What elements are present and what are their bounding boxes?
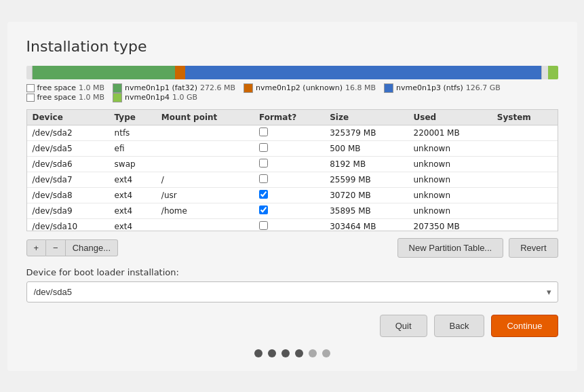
toolbar-right: New Partition Table... Revert (397, 238, 558, 258)
bootloader-select[interactable]: /dev/sda5 /dev/sda /dev/sda1 /dev/sda2 (26, 281, 558, 302)
cell-format[interactable] (254, 203, 324, 218)
cell-used: unknown (408, 203, 492, 218)
legend-nvme0n1p4: nvme0n1p4 1.0 GB (113, 93, 197, 102)
col-device: Device (27, 110, 109, 125)
partition-legend: free space 1.0 MB nvme0n1p1 (fat32) 272.… (26, 83, 558, 102)
legend-color-nvme0n1p3 (384, 83, 393, 93)
back-button[interactable]: Back (434, 315, 485, 337)
dot-4 (295, 349, 303, 357)
dot-2 (268, 349, 276, 357)
dot-5 (309, 349, 317, 357)
cell-size: 25599 MB (324, 172, 408, 187)
cell-used: unknown (408, 140, 492, 156)
bar-nvme0n1p2 (175, 66, 185, 79)
cell-mount (156, 156, 254, 172)
col-format: Format? (254, 110, 324, 125)
cell-device: /dev/sda10 (27, 218, 109, 231)
cell-format[interactable] (254, 125, 324, 140)
bootloader-label: Device for boot loader installation: (26, 267, 558, 277)
cell-device: /dev/sda5 (27, 140, 109, 156)
legend-color-nvme0n1p4 (113, 93, 122, 102)
format-checkbox[interactable] (259, 143, 268, 152)
dot-6 (322, 349, 330, 357)
cell-mount (156, 125, 254, 140)
legend-color-nvme0n1p1 (113, 83, 122, 93)
cell-system (492, 172, 558, 187)
legend-free-space-1: free space 1.0 MB (26, 83, 105, 93)
cell-mount: /home (156, 203, 254, 218)
cell-size: 8192 MB (324, 156, 408, 172)
cell-format[interactable] (254, 140, 324, 156)
table-row[interactable]: /dev/sda5efi500 MBunknown (27, 140, 558, 156)
cell-system (492, 218, 558, 231)
cell-device: /dev/sda8 (27, 187, 109, 203)
page-title: Installation type (26, 38, 558, 55)
legend-free-space-2: free space 1.0 MB (26, 93, 105, 102)
cell-system (492, 156, 558, 172)
bar-free-space-2 (541, 66, 547, 79)
cell-mount (156, 140, 254, 156)
bar-nvme0n1p3 (185, 66, 541, 79)
cell-type: ext4 (109, 172, 156, 187)
cell-format[interactable] (254, 172, 324, 187)
cell-system (492, 125, 558, 140)
cell-system (492, 203, 558, 218)
cell-size: 30720 MB (324, 187, 408, 203)
table-row[interactable]: /dev/sda9ext4/home35895 MBunknown (27, 203, 558, 218)
format-checkbox[interactable] (259, 174, 268, 183)
cell-device: /dev/sda9 (27, 203, 109, 218)
cell-type: ext4 (109, 203, 156, 218)
cell-format[interactable] (254, 218, 324, 231)
cell-format[interactable] (254, 156, 324, 172)
quit-button[interactable]: Quit (380, 315, 427, 337)
bar-nvme0n1p1 (33, 66, 175, 79)
table-row[interactable]: /dev/sda7ext4/25599 MBunknown (27, 172, 558, 187)
format-checkbox[interactable] (259, 128, 268, 136)
continue-button[interactable]: Continue (491, 315, 558, 337)
cell-used: unknown (408, 172, 492, 187)
format-checkbox[interactable] (259, 190, 268, 199)
cell-type: efi (109, 140, 156, 156)
table-row[interactable]: /dev/sda8ext4/usr30720 MBunknown (27, 187, 558, 203)
table-row[interactable]: /dev/sda10ext4303464 MB207350 MB (27, 218, 558, 231)
cell-size: 35895 MB (324, 203, 408, 218)
remove-partition-button[interactable]: − (46, 239, 66, 256)
col-type: Type (109, 110, 156, 125)
cell-system (492, 187, 558, 203)
legend-nvme0n1p2: nvme0n1p2 (unknown) 16.8 MB (244, 83, 376, 93)
cell-device: /dev/sda7 (27, 172, 109, 187)
format-checkbox[interactable] (259, 205, 268, 214)
revert-button[interactable]: Revert (509, 238, 558, 258)
progress-dots (26, 349, 558, 357)
format-checkbox[interactable] (259, 221, 268, 230)
cell-mount: / (156, 172, 254, 187)
cell-device: /dev/sda6 (27, 156, 109, 172)
partition-bar (26, 66, 558, 79)
installation-window: Installation type free space 1.0 MB nvme… (7, 22, 577, 371)
bar-nvme0n1p4 (548, 66, 558, 79)
table-row[interactable]: /dev/sda6swap8192 MBunknown (27, 156, 558, 172)
format-checkbox[interactable] (259, 159, 268, 168)
cell-format[interactable] (254, 187, 324, 203)
new-partition-table-button[interactable]: New Partition Table... (397, 238, 504, 258)
legend-color-nvme0n1p2 (244, 83, 253, 93)
cell-size: 500 MB (324, 140, 408, 156)
col-used: Used (408, 110, 492, 125)
bootloader-select-wrapper: /dev/sda5 /dev/sda /dev/sda1 /dev/sda2 ▾ (26, 281, 558, 302)
cell-mount (156, 218, 254, 231)
legend-nvme0n1p1: nvme0n1p1 (fat32) 272.6 MB (113, 83, 235, 93)
partition-table: Device Type Mount point Format? Size Use… (27, 110, 558, 231)
add-partition-button[interactable]: + (26, 239, 47, 256)
legend-checkbox-free1 (26, 84, 35, 92)
cell-type: ext4 (109, 187, 156, 203)
table-row[interactable]: /dev/sda2ntfs325379 MB220001 MB (27, 125, 558, 140)
change-partition-button[interactable]: Change... (66, 239, 118, 256)
col-system: System (492, 110, 558, 125)
dot-1 (254, 349, 262, 357)
cell-device: /dev/sda2 (27, 125, 109, 140)
legend-nvme0n1p3: nvme0n1p3 (ntfs) 126.7 GB (384, 83, 501, 93)
cell-type: ext4 (109, 218, 156, 231)
dot-3 (281, 349, 290, 357)
partition-table-scroll: Device Type Mount point Format? Size Use… (26, 109, 558, 231)
cell-used: 220001 MB (408, 125, 492, 140)
